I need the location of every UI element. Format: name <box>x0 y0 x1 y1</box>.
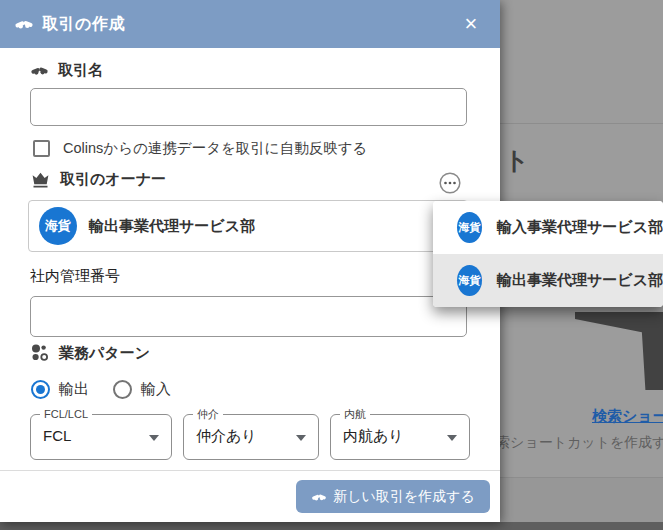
pattern-label-row: 業務パターン <box>30 343 150 363</box>
dropdown-caret-icon <box>296 435 306 441</box>
deal-name-label-row: 取引名 <box>30 61 103 80</box>
crown-icon <box>30 169 51 190</box>
owner-avatar: 海貨 <box>39 207 77 245</box>
fcl-lcl-select-label: FCL/LCL <box>40 407 92 421</box>
colins-checkbox[interactable] <box>33 140 50 157</box>
handshake-icon <box>30 61 49 80</box>
owner-label: 取引のオーナー <box>60 170 166 189</box>
fcl-lcl-select[interactable]: FCL/LCL FCL <box>30 414 172 460</box>
cluster-icon <box>30 343 50 363</box>
dropdown-caret-icon <box>447 435 457 441</box>
radio-import-label: 輸入 <box>141 380 171 399</box>
owner-option-avatar: 海貨 <box>457 265 482 296</box>
owner-option-name: 輸入事業代理サービス部 <box>497 218 663 237</box>
background-subtext: 索ショートカットを作成す <box>496 434 663 452</box>
broker-select[interactable]: 仲介 仲介あり <box>183 414 319 460</box>
background-heading-fragment: ト <box>504 144 531 177</box>
screen: ト 検索ショー 索ショートカットを作成す 取引の作成 × <box>0 0 663 530</box>
coastal-select[interactable]: 内航 内航あり <box>330 414 470 460</box>
pattern-label: 業務パターン <box>59 344 150 363</box>
internal-number-label-row: 社内管理番号 <box>30 267 120 286</box>
radio-import[interactable] <box>113 380 132 399</box>
dropdown-caret-icon <box>149 435 159 441</box>
colins-checkbox-label: Colinsからの連携データを取引に自動反映する <box>63 139 367 158</box>
dialog-title: 取引の作成 <box>42 14 125 35</box>
coastal-select-label: 内航 <box>340 407 370 421</box>
fcl-lcl-select-value: FCL <box>43 427 71 444</box>
handshake-icon <box>311 489 327 505</box>
more-options-icon[interactable] <box>438 171 462 195</box>
dialog-header: 取引の作成 × <box>0 0 500 48</box>
deal-name-input[interactable] <box>30 88 467 126</box>
broker-select-value: 仲介あり <box>196 427 257 446</box>
owner-name: 輸出事業代理サービス部 <box>89 217 255 236</box>
deal-name-label: 取引名 <box>58 61 103 80</box>
create-deal-dialog: 取引の作成 × 取引名 Colinsからの連携データを取引に自動反映する <box>0 0 500 522</box>
owner-option-export[interactable]: 海貨 輸出事業代理サービス部 <box>433 254 663 307</box>
pattern-radio-group: 輸出 輸入 <box>31 380 171 399</box>
pattern-selects-row: FCL/LCL FCL 仲介 仲介あり 内航 内航あり <box>30 414 470 460</box>
owner-selected-item[interactable]: 海貨 輸出事業代理サービス部 <box>28 200 468 252</box>
coastal-select-value: 内航あり <box>343 427 404 446</box>
create-deal-button[interactable]: 新しい取引を作成する <box>296 480 490 513</box>
footer-divider <box>0 470 500 471</box>
background-bottom-bar <box>0 522 663 530</box>
search-shortcut-link[interactable]: 検索ショー <box>592 407 663 426</box>
radio-export[interactable] <box>31 380 50 399</box>
radio-export-label: 輸出 <box>59 380 89 399</box>
owner-option-name: 輸出事業代理サービス部 <box>497 271 663 290</box>
internal-number-label: 社内管理番号 <box>30 267 120 286</box>
create-deal-button-label: 新しい取引を作成する <box>333 488 475 506</box>
owner-option-import[interactable]: 海貨 輸入事業代理サービス部 <box>433 201 663 254</box>
background-footer-area <box>495 478 663 522</box>
internal-number-input[interactable] <box>30 296 467 337</box>
background-illustration <box>575 312 663 390</box>
broker-select-label: 仲介 <box>193 407 223 421</box>
owner-dropdown-menu: 海貨 輸入事業代理サービス部 海貨 輸出事業代理サービス部 <box>433 201 663 307</box>
handshake-icon <box>14 14 34 34</box>
close-icon[interactable]: × <box>458 11 484 37</box>
owner-label-row: 取引のオーナー <box>30 169 166 190</box>
colins-checkbox-row: Colinsからの連携データを取引に自動反映する <box>33 139 367 158</box>
owner-option-avatar: 海貨 <box>457 212 482 243</box>
